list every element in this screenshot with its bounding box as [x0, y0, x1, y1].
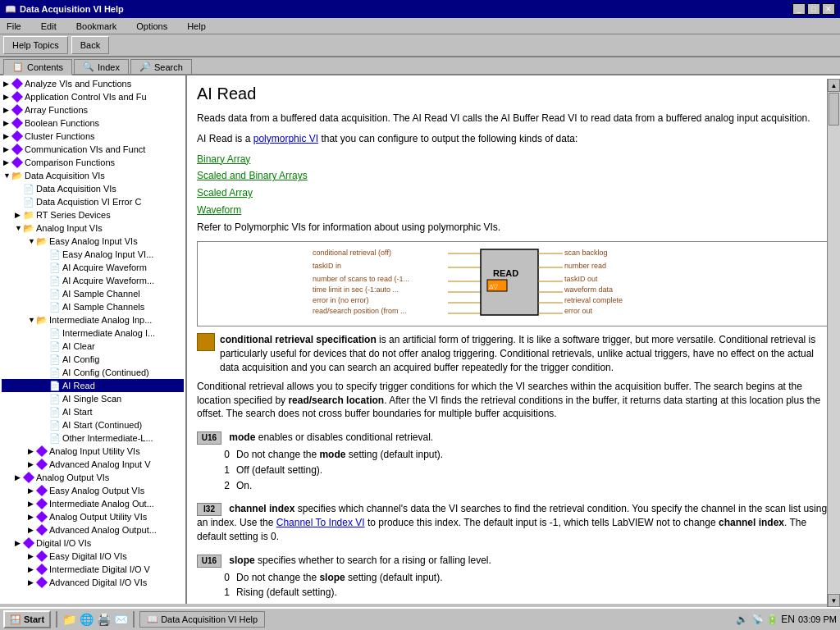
- expand-icon: ▶: [15, 211, 23, 219]
- tree-label: AI Clear: [62, 341, 95, 351]
- tree-item-aoututil[interactable]: ▶ Analog Output Utility VIs: [2, 510, 184, 523]
- tree-item-intdig[interactable]: ▶ Intermediate Digital I/O V: [2, 563, 184, 576]
- polymorphic-after: that you can configure to output the fol…: [321, 133, 578, 144]
- close-button[interactable]: ✕: [822, 3, 835, 15]
- content-area[interactable]: AI Read Reads data from a buffered data …: [187, 75, 840, 604]
- expand-icon: ▶: [28, 513, 36, 521]
- link-scaled-array[interactable]: Scaled Array: [197, 186, 830, 200]
- tree-item-aisamplechs[interactable]: 📄 AI Sample Channels: [2, 300, 184, 313]
- menu-bookmark[interactable]: Bookmark: [73, 21, 121, 32]
- main-layout: ▶ Analyze VIs and Functions ▶ Applicatio…: [0, 75, 840, 604]
- tree-item-intai-sub[interactable]: 📄 Intermediate Analog I...: [2, 326, 184, 340]
- tree-item-intai[interactable]: ▼ 📂 Intermediate Analog Inp...: [2, 313, 184, 326]
- channel-to-index-link[interactable]: Channel To Index VI: [276, 517, 365, 528]
- slope-value-2: 2 Falling.: [217, 601, 830, 604]
- taskbar-icon-mail[interactable]: ✉️: [114, 613, 128, 626]
- slope-title: slope: [229, 555, 254, 566]
- tree-item-comparisonfuncs[interactable]: ▶ Comparison Functions: [2, 156, 184, 169]
- svg-text:taskID in: taskID in: [313, 262, 341, 270]
- tree-label: Easy Analog Input VIs: [49, 236, 138, 246]
- tree-item-airead[interactable]: 📄 AI Read: [2, 379, 184, 392]
- start-button[interactable]: 🪟 Start: [3, 610, 51, 628]
- menu-help[interactable]: Help: [184, 21, 209, 32]
- tab-contents[interactable]: 📋 Contents: [3, 59, 72, 75]
- svg-text:conditional retrieval (off): conditional retrieval (off): [313, 249, 391, 257]
- tree-item-advao[interactable]: ▶ Advanced Analog Output...: [2, 523, 184, 536]
- taskbar-icon-printer[interactable]: 🖨️: [97, 613, 111, 626]
- scroll-down-button[interactable]: ▼: [828, 594, 840, 604]
- cond-retrieval-section: conditional retrieval specification is a…: [197, 333, 830, 421]
- tree-item-daq-sub[interactable]: 📄 Data Acquisition VIs: [2, 182, 184, 195]
- svg-text:error out: error out: [564, 307, 593, 315]
- tree-item-easyai-sub[interactable]: 📄 Easy Analog Input VI...: [2, 248, 184, 261]
- tab-bar: 📋 Contents 🔍 Index 🔎 Search: [0, 57, 840, 75]
- menu-file[interactable]: File: [3, 21, 25, 32]
- expand-icon: ▼: [28, 237, 36, 245]
- tree-label: Analog Output VIs: [36, 472, 109, 482]
- menu-edit[interactable]: Edit: [38, 21, 60, 32]
- tree-item-appcontrol[interactable]: ▶ Application Control VIs and Fu: [2, 90, 184, 103]
- tree-container[interactable]: ▶ Analyze VIs and Functions ▶ Applicatio…: [0, 75, 185, 604]
- page-icon: 📄: [49, 327, 61, 339]
- tree-label: AI Acquire Waveform: [62, 262, 147, 272]
- tree-item-otherint[interactable]: 📄 Other Intermediate-L...: [2, 431, 184, 445]
- scroll-up-button[interactable]: ▲: [828, 79, 840, 92]
- folder-icon: [36, 498, 48, 509]
- folder-icon: [36, 445, 48, 457]
- scrollbar-v[interactable]: ▲ ▼: [827, 79, 840, 604]
- tree-item-aisingscan[interactable]: 📄 AI Single Scan: [2, 392, 184, 405]
- tree-item-aiutility[interactable]: ▶ Analog Input Utility VIs: [2, 445, 184, 458]
- tree-item-easyai[interactable]: ▼ 📂 Easy Analog Input VIs: [2, 235, 184, 248]
- tab-search[interactable]: 🔎 Search: [130, 59, 192, 74]
- tree-item-analoginput[interactable]: ▼ 📂 Analog Input VIs: [2, 221, 184, 235]
- help-topics-button[interactable]: Help Topics: [3, 36, 68, 54]
- scroll-track[interactable]: [828, 92, 840, 594]
- link-binary-array[interactable]: Binary Array: [197, 153, 830, 167]
- vi-diagram: conditional retrieval (off) taskID in nu…: [197, 241, 830, 327]
- tree-item-digitalio[interactable]: ▶ Digital I/O VIs: [2, 536, 184, 550]
- tree-item-advdig[interactable]: ▶ Advanced Digital I/O VIs: [2, 576, 184, 589]
- tree-item-analyze[interactable]: ▶ Analyze VIs and Functions: [2, 77, 184, 90]
- tree-item-advai[interactable]: ▶ Advanced Analog Input V: [2, 458, 184, 471]
- tree-item-aiconfig-cont[interactable]: 📄 AI Config (Continued): [2, 366, 184, 379]
- tree-item-booleanfuncs[interactable]: ▶ Boolean Functions: [2, 116, 184, 130]
- tree-item-arrayfuncs[interactable]: ▶ Array Functions: [2, 103, 184, 116]
- page-icon: 📄: [49, 288, 61, 299]
- tab-index[interactable]: 🔍 Index: [74, 59, 129, 74]
- scroll-thumb[interactable]: [829, 93, 839, 126]
- title-bar-controls: _ □ ✕: [792, 3, 835, 15]
- right-panel: AI Read Reads data from a buffered data …: [187, 75, 840, 604]
- tree-item-aiacquire-wf[interactable]: 📄 AI Acquire Waveform: [2, 261, 184, 274]
- contents-icon: 📋: [12, 62, 24, 72]
- tree-item-aiacquire-wfs[interactable]: 📄 AI Acquire Waveform...: [2, 274, 184, 287]
- taskbar-active-window[interactable]: 📖 Data Acquisition VI Help: [139, 611, 265, 628]
- tree-label: AI Single Scan: [62, 394, 121, 404]
- tree-item-daq-error[interactable]: 📄 Data Acquistion VI Error C: [2, 195, 184, 208]
- taskbar-icon-folder[interactable]: 📁: [62, 613, 76, 626]
- back-button[interactable]: Back: [71, 36, 109, 54]
- tree-item-commvifs[interactable]: ▶ Communication VIs and Funct: [2, 143, 184, 156]
- tree-item-aiconfig[interactable]: 📄 AI Config: [2, 353, 184, 366]
- maximize-button[interactable]: □: [807, 3, 820, 15]
- svg-text:Δ▽: Δ▽: [489, 283, 499, 290]
- expand-icon: ▶: [28, 447, 36, 455]
- minimize-button[interactable]: _: [792, 3, 806, 15]
- tree-item-rtseries[interactable]: ▶ 📁 RT Series Devices: [2, 208, 184, 221]
- polymorphic-link[interactable]: polymorphic VI: [253, 133, 318, 144]
- tree-item-daq[interactable]: ▼ 📂 Data Acquisition VIs: [2, 169, 184, 182]
- tree-item-aistart-cont[interactable]: 📄 AI Start (Continued): [2, 418, 184, 431]
- tree-item-easydig[interactable]: ▶ Easy Digital I/O VIs: [2, 550, 184, 563]
- tree-item-aisample[interactable]: 📄 AI Sample Channel: [2, 287, 184, 300]
- taskbar-icon-browser[interactable]: 🌐: [80, 613, 94, 626]
- page-icon: 📄: [49, 354, 61, 365]
- link-waveform[interactable]: Waveform: [197, 203, 830, 217]
- intro-paragraph: Reads data from a buffered data acquisit…: [197, 112, 830, 126]
- tree-item-intao[interactable]: ▶ Intermediate Analog Out...: [2, 497, 184, 510]
- tree-item-aiclear[interactable]: 📄 AI Clear: [2, 340, 184, 353]
- link-scaled-binary-arrays[interactable]: Scaled and Binary Arrays: [197, 169, 830, 183]
- tree-item-aistart[interactable]: 📄 AI Start: [2, 405, 184, 418]
- tree-item-easyao[interactable]: ▶ Easy Analog Output VIs: [2, 484, 184, 497]
- tree-item-clusterfuncs[interactable]: ▶ Cluster Functions: [2, 130, 184, 143]
- menu-options[interactable]: Options: [133, 21, 171, 32]
- tree-item-analogout[interactable]: ▶ Analog Output VIs: [2, 471, 184, 484]
